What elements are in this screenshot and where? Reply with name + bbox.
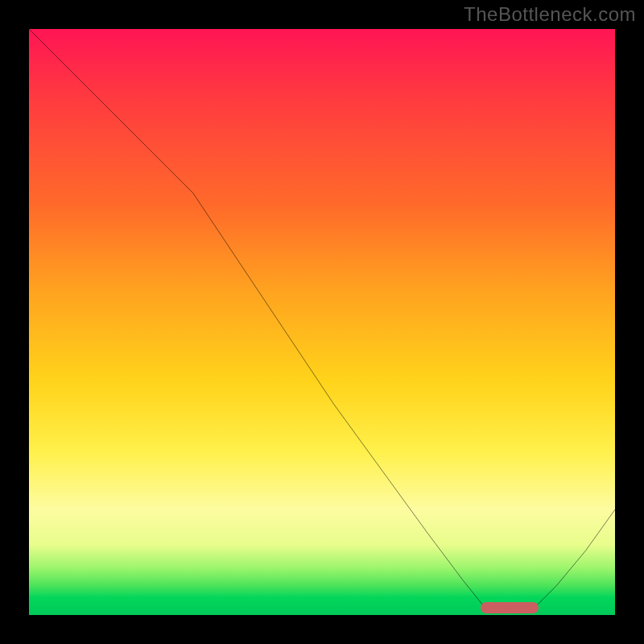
watermark-text: TheBottleneck.com — [464, 3, 636, 26]
bottleneck-curve-svg — [29, 29, 615, 615]
chart-frame: TheBottleneck.com — [0, 0, 644, 644]
plot-area — [29, 29, 615, 615]
optimal-range-marker — [481, 602, 539, 613]
bottleneck-curve-path — [29, 29, 615, 612]
